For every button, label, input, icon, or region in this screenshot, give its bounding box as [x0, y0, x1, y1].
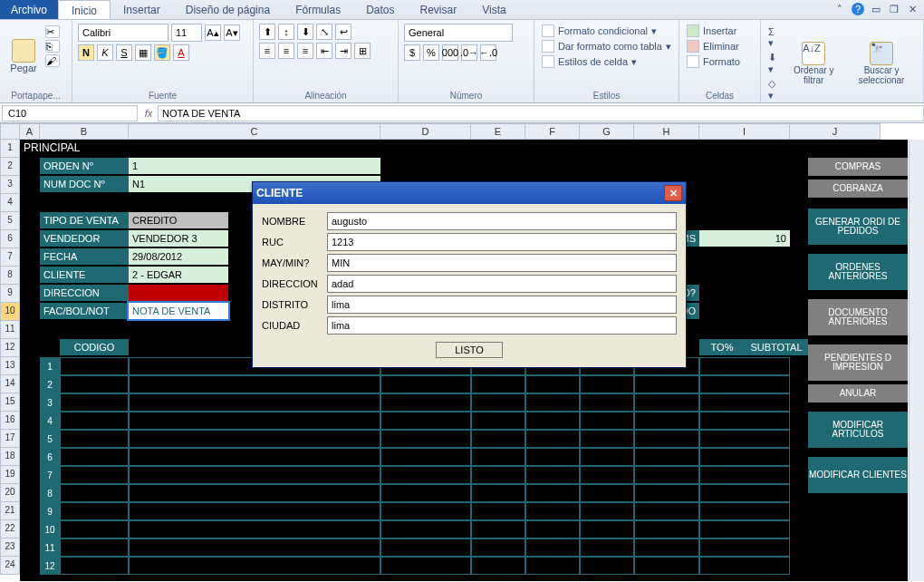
border-button[interactable]: ▦ — [135, 44, 151, 61]
table-cell[interactable] — [471, 502, 525, 520]
italic-button[interactable]: K — [97, 44, 113, 61]
tab-insertar[interactable]: Insertar — [111, 0, 173, 19]
table-cell[interactable] — [525, 412, 580, 430]
btn-anular[interactable]: ANULAR — [808, 384, 908, 403]
table-cell[interactable] — [580, 466, 634, 484]
file-menu[interactable]: Archivo — [0, 0, 58, 19]
input-ciudad[interactable] — [327, 316, 677, 335]
table-cell[interactable] — [580, 557, 634, 575]
font-size-select[interactable]: 11 — [171, 24, 202, 42]
btn-ordenes[interactable]: ORDENES ANTERIORES — [808, 254, 908, 290]
table-cell[interactable] — [580, 375, 634, 393]
listo-button[interactable]: LISTO — [436, 342, 503, 358]
indent-decrease-icon[interactable]: ⇤ — [316, 43, 332, 59]
tab-datos[interactable]: Datos — [353, 0, 407, 19]
table-cell[interactable] — [580, 430, 634, 448]
table-cell[interactable] — [699, 375, 790, 393]
find-select-button[interactable]: 🔭 Buscar y seleccionar — [845, 24, 918, 102]
formula-input[interactable]: NOTA DE VENTA — [158, 105, 924, 121]
input-maymin[interactable] — [327, 254, 677, 272]
btn-modart[interactable]: MODIFICAR ARTICULOS — [808, 412, 908, 448]
table-cell[interactable] — [60, 430, 129, 448]
btn-pendientes[interactable]: PENDIENTES D IMPRESION — [808, 344, 908, 381]
table-cell[interactable] — [380, 393, 471, 412]
input-ruc[interactable] — [327, 233, 677, 251]
btn-documento[interactable]: DOCUMENTO ANTERIORES — [808, 299, 908, 335]
table-cell[interactable] — [525, 502, 580, 520]
row-header-24[interactable]: 24 — [0, 557, 20, 575]
table-cell[interactable] — [699, 520, 790, 538]
table-cell[interactable] — [634, 430, 699, 448]
table-cell[interactable] — [60, 484, 129, 502]
table-cell[interactable] — [60, 412, 129, 430]
table-cell[interactable] — [634, 448, 699, 466]
table-cell[interactable] — [634, 393, 699, 412]
table-cell[interactable] — [634, 375, 699, 393]
row-header-18[interactable]: 18 — [0, 448, 20, 466]
table-cell[interactable] — [699, 393, 790, 412]
row-header-15[interactable]: 15 — [0, 393, 20, 412]
table-cell[interactable] — [380, 375, 471, 393]
table-cell[interactable] — [129, 502, 380, 520]
value-direccion[interactable] — [129, 285, 228, 301]
col-header-D[interactable]: D — [380, 123, 471, 140]
table-cell[interactable] — [699, 557, 790, 575]
btn-cobranza[interactable]: COBRANZA — [808, 179, 908, 198]
input-direccion[interactable] — [327, 275, 677, 293]
table-cell[interactable] — [380, 538, 471, 557]
table-cell[interactable] — [60, 448, 129, 466]
table-cell[interactable] — [380, 448, 471, 466]
underline-button[interactable]: S — [116, 44, 132, 61]
col-header-F[interactable]: F — [525, 123, 580, 140]
fill-color-button[interactable]: 🪣 — [154, 44, 170, 61]
row-header-16[interactable]: 16 — [0, 412, 20, 430]
table-cell[interactable] — [580, 448, 634, 466]
row-header-2[interactable]: 2 — [0, 158, 20, 176]
table-cell[interactable] — [380, 430, 471, 448]
cut-icon[interactable]: ✂ — [45, 25, 60, 38]
table-cell[interactable] — [525, 557, 580, 575]
row-header-19[interactable]: 19 — [0, 466, 20, 484]
vertical-scrollbar[interactable] — [909, 140, 924, 581]
bold-button[interactable]: N — [78, 44, 94, 61]
table-cell[interactable] — [634, 502, 699, 520]
table-cell[interactable] — [129, 557, 380, 575]
select-all-corner[interactable] — [0, 123, 20, 140]
align-right-icon[interactable]: ≡ — [297, 43, 313, 59]
insert-cells-button[interactable]: Insertar — [685, 24, 742, 38]
table-cell[interactable] — [471, 412, 525, 430]
table-cell[interactable] — [471, 448, 525, 466]
decrease-font-icon[interactable]: A▾ — [224, 24, 240, 41]
chevron-up-icon[interactable]: ˄ — [833, 3, 846, 15]
row-header-13[interactable]: 13 — [0, 357, 20, 375]
merge-icon[interactable]: ⊞ — [354, 43, 371, 59]
align-middle-icon[interactable]: ↕ — [278, 24, 294, 40]
table-cell[interactable] — [380, 520, 471, 538]
align-top-icon[interactable]: ⬆ — [259, 24, 275, 40]
table-cell[interactable] — [580, 520, 634, 538]
table-cell[interactable] — [129, 520, 380, 538]
autosum-button[interactable]: Σ ▾ — [766, 25, 782, 50]
row-header-11[interactable]: 11 — [0, 321, 20, 339]
input-distrito[interactable] — [327, 296, 677, 314]
col-header-I[interactable]: I — [699, 123, 790, 140]
fill-button[interactable]: ⬇ ▾ — [766, 51, 782, 76]
value-fbn[interactable]: NOTA DE VENTA — [129, 303, 228, 319]
row-header-20[interactable]: 20 — [0, 484, 20, 502]
table-cell[interactable] — [580, 484, 634, 502]
row-header-3[interactable]: 3 — [0, 176, 20, 194]
table-cell[interactable] — [60, 520, 129, 538]
table-cell[interactable] — [525, 375, 580, 393]
font-color-button[interactable]: A — [173, 44, 189, 61]
btn-modcli[interactable]: MODIFICAR CLIENTES — [808, 457, 908, 493]
table-cell[interactable] — [380, 502, 471, 520]
table-cell[interactable] — [471, 375, 525, 393]
row-header-9[interactable]: 9 — [0, 285, 20, 303]
row-header-22[interactable]: 22 — [0, 520, 20, 538]
table-cell[interactable] — [525, 538, 580, 557]
comma-icon[interactable]: 000 — [442, 44, 458, 61]
table-cell[interactable] — [129, 412, 380, 430]
table-cell[interactable] — [634, 557, 699, 575]
table-cell[interactable] — [60, 466, 129, 484]
name-box[interactable]: C10 — [2, 105, 138, 121]
